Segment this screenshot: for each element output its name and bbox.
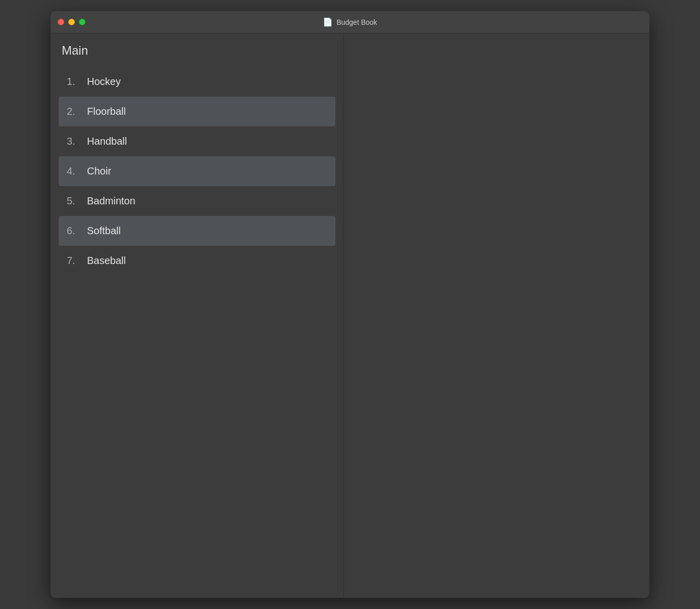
list-container: 1.Hockey2.Floorball3.Handball4.Choir5.Ba… [59,67,335,276]
item-label: Handball [87,136,127,147]
item-number: 5. [67,195,87,207]
list-item[interactable]: 6.Softball [59,216,335,246]
list-item[interactable]: 1.Hockey [59,67,335,97]
item-label: Softball [87,225,121,237]
list-item[interactable]: 5.Badminton [59,186,335,216]
item-number: 2. [67,106,87,117]
window-title: Budget Book [336,18,377,26]
item-label: Choir [87,165,111,177]
item-number: 6. [67,225,87,237]
traffic-lights [58,19,85,25]
item-label: Baseball [87,255,126,267]
titlebar: 📄 Budget Book [51,11,649,33]
panel-title: Main [59,44,335,58]
item-number: 7. [67,255,87,267]
list-item[interactable]: 2.Floorball [59,97,335,126]
minimize-button[interactable] [68,19,75,25]
item-number: 3. [67,136,87,147]
list-item[interactable]: 7.Baseball [59,246,335,276]
list-item[interactable]: 3.Handball [59,126,335,156]
window-body: Main 1.Hockey2.Floorball3.Handball4.Choi… [51,33,649,598]
item-label: Badminton [87,195,136,207]
item-number: 1. [67,76,87,88]
item-label: Floorball [87,106,126,117]
right-panel [344,33,649,598]
item-number: 4. [67,165,87,177]
maximize-button[interactable] [79,19,85,25]
title-area: 📄 Budget Book [323,17,377,27]
list-item[interactable]: 4.Choir [59,156,335,186]
app-window: 📄 Budget Book Main 1.Hockey2.Floorball3.… [51,11,649,598]
item-label: Hockey [87,76,121,88]
left-panel: Main 1.Hockey2.Floorball3.Handball4.Choi… [51,33,344,598]
close-button[interactable] [58,19,64,25]
app-icon: 📄 [323,17,333,27]
